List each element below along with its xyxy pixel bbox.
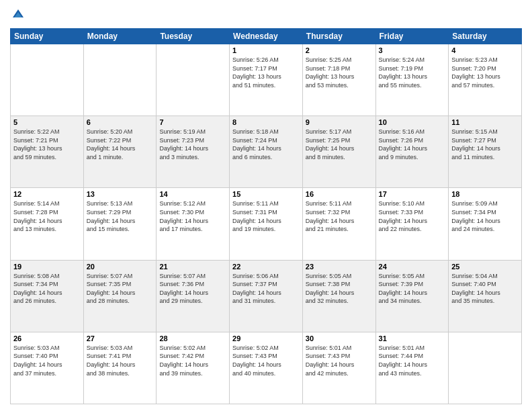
- day-info: Sunrise: 5:01 AM Sunset: 7:44 PM Dayligh…: [379, 344, 446, 377]
- day-info: Sunrise: 5:07 AM Sunset: 7:36 PM Dayligh…: [159, 272, 226, 306]
- calendar-cell: 1Sunrise: 5:26 AM Sunset: 7:17 PM Daylig…: [230, 44, 303, 116]
- day-number: 29: [232, 334, 300, 342]
- calendar-table: SundayMondayTuesdayWednesdayThursdayFrid…: [10, 28, 522, 404]
- day-number: 17: [379, 190, 446, 198]
- calendar-cell: 23Sunrise: 5:05 AM Sunset: 7:38 PM Dayli…: [302, 260, 375, 332]
- calendar-cell: 4Sunrise: 5:23 AM Sunset: 7:20 PM Daylig…: [449, 44, 522, 116]
- calendar-cell: 5Sunrise: 5:22 AM Sunset: 7:21 PM Daylig…: [11, 116, 84, 188]
- calendar-cell: 14Sunrise: 5:12 AM Sunset: 7:30 PM Dayli…: [157, 188, 230, 260]
- calendar-week-3: 12Sunrise: 5:14 AM Sunset: 7:28 PM Dayli…: [11, 188, 522, 260]
- day-info: Sunrise: 5:01 AM Sunset: 7:43 PM Dayligh…: [306, 344, 373, 377]
- day-number: 16: [306, 190, 373, 198]
- day-number: 26: [13, 334, 81, 342]
- day-number: 1: [232, 46, 300, 54]
- day-info: Sunrise: 5:08 AM Sunset: 7:34 PM Dayligh…: [13, 272, 81, 306]
- calendar-header-thursday: Thursday: [302, 29, 375, 44]
- calendar-cell: [11, 44, 84, 116]
- day-info: Sunrise: 5:18 AM Sunset: 7:24 PM Dayligh…: [232, 128, 300, 161]
- day-number: 5: [13, 118, 81, 126]
- calendar-cell: 10Sunrise: 5:16 AM Sunset: 7:26 PM Dayli…: [375, 116, 449, 188]
- calendar-header-saturday: Saturday: [449, 29, 522, 44]
- day-number: 6: [87, 118, 154, 126]
- day-info: Sunrise: 5:11 AM Sunset: 7:32 PM Dayligh…: [306, 199, 373, 233]
- day-number: 19: [13, 263, 81, 271]
- calendar-cell: 15Sunrise: 5:11 AM Sunset: 7:31 PM Dayli…: [230, 188, 303, 260]
- day-info: Sunrise: 5:04 AM Sunset: 7:40 PM Dayligh…: [451, 272, 519, 306]
- day-number: 20: [87, 263, 154, 271]
- day-number: 9: [306, 118, 373, 126]
- calendar-cell: [449, 332, 522, 404]
- day-number: 3: [379, 46, 446, 54]
- day-info: Sunrise: 5:11 AM Sunset: 7:31 PM Dayligh…: [232, 199, 300, 233]
- day-info: Sunrise: 5:15 AM Sunset: 7:27 PM Dayligh…: [451, 128, 519, 161]
- calendar-header-row: SundayMondayTuesdayWednesdayThursdayFrid…: [11, 29, 522, 44]
- day-info: Sunrise: 5:14 AM Sunset: 7:28 PM Dayligh…: [13, 199, 81, 233]
- calendar-cell: 16Sunrise: 5:11 AM Sunset: 7:32 PM Dayli…: [302, 188, 375, 260]
- day-info: Sunrise: 5:16 AM Sunset: 7:26 PM Dayligh…: [379, 128, 446, 161]
- day-number: 24: [379, 263, 446, 271]
- day-number: 2: [306, 46, 373, 54]
- day-info: Sunrise: 5:03 AM Sunset: 7:40 PM Dayligh…: [13, 344, 81, 377]
- day-number: 23: [306, 263, 373, 271]
- day-info: Sunrise: 5:02 AM Sunset: 7:42 PM Dayligh…: [159, 344, 226, 377]
- logo-icon: [10, 7, 26, 23]
- calendar-cell: 21Sunrise: 5:07 AM Sunset: 7:36 PM Dayli…: [157, 260, 230, 332]
- day-info: Sunrise: 5:06 AM Sunset: 7:37 PM Dayligh…: [232, 272, 300, 306]
- day-number: 13: [87, 190, 154, 198]
- day-number: 15: [232, 190, 300, 198]
- day-number: 11: [451, 118, 519, 126]
- calendar-cell: 6Sunrise: 5:20 AM Sunset: 7:22 PM Daylig…: [83, 116, 157, 188]
- day-number: 18: [451, 190, 519, 198]
- day-info: Sunrise: 5:26 AM Sunset: 7:17 PM Dayligh…: [232, 56, 300, 89]
- calendar-cell: 27Sunrise: 5:03 AM Sunset: 7:41 PM Dayli…: [83, 332, 157, 404]
- calendar-cell: [157, 44, 230, 116]
- day-info: Sunrise: 5:23 AM Sunset: 7:20 PM Dayligh…: [451, 56, 519, 89]
- day-number: 31: [379, 334, 446, 342]
- day-info: Sunrise: 5:19 AM Sunset: 7:23 PM Dayligh…: [159, 128, 226, 161]
- calendar-cell: 3Sunrise: 5:24 AM Sunset: 7:19 PM Daylig…: [375, 44, 449, 116]
- calendar-cell: 19Sunrise: 5:08 AM Sunset: 7:34 PM Dayli…: [11, 260, 84, 332]
- calendar-cell: 29Sunrise: 5:02 AM Sunset: 7:43 PM Dayli…: [230, 332, 303, 404]
- day-number: 14: [159, 190, 226, 198]
- day-number: 10: [379, 118, 446, 126]
- calendar-cell: 24Sunrise: 5:05 AM Sunset: 7:39 PM Dayli…: [375, 260, 449, 332]
- calendar-cell: 30Sunrise: 5:01 AM Sunset: 7:43 PM Dayli…: [302, 332, 375, 404]
- page: SundayMondayTuesdayWednesdayThursdayFrid…: [0, 0, 532, 411]
- calendar-cell: 2Sunrise: 5:25 AM Sunset: 7:18 PM Daylig…: [302, 44, 375, 116]
- calendar-cell: 9Sunrise: 5:17 AM Sunset: 7:25 PM Daylig…: [302, 116, 375, 188]
- day-info: Sunrise: 5:17 AM Sunset: 7:25 PM Dayligh…: [306, 128, 373, 161]
- calendar-cell: 31Sunrise: 5:01 AM Sunset: 7:44 PM Dayli…: [375, 332, 449, 404]
- calendar-cell: 17Sunrise: 5:10 AM Sunset: 7:33 PM Dayli…: [375, 188, 449, 260]
- calendar-cell: 26Sunrise: 5:03 AM Sunset: 7:40 PM Dayli…: [11, 332, 84, 404]
- day-info: Sunrise: 5:12 AM Sunset: 7:30 PM Dayligh…: [159, 199, 226, 233]
- day-number: 25: [451, 263, 519, 271]
- calendar-week-4: 19Sunrise: 5:08 AM Sunset: 7:34 PM Dayli…: [11, 260, 522, 332]
- day-info: Sunrise: 5:10 AM Sunset: 7:33 PM Dayligh…: [379, 199, 446, 233]
- day-number: 27: [87, 334, 154, 342]
- calendar-header-wednesday: Wednesday: [230, 29, 303, 44]
- day-number: 28: [159, 334, 226, 342]
- day-info: Sunrise: 5:24 AM Sunset: 7:19 PM Dayligh…: [379, 56, 446, 89]
- logo: [10, 7, 29, 23]
- calendar-header-sunday: Sunday: [11, 29, 84, 44]
- day-info: Sunrise: 5:13 AM Sunset: 7:29 PM Dayligh…: [87, 199, 154, 233]
- calendar-cell: 7Sunrise: 5:19 AM Sunset: 7:23 PM Daylig…: [157, 116, 230, 188]
- day-number: 12: [13, 190, 81, 198]
- calendar-cell: 28Sunrise: 5:02 AM Sunset: 7:42 PM Dayli…: [157, 332, 230, 404]
- day-info: Sunrise: 5:25 AM Sunset: 7:18 PM Dayligh…: [306, 56, 373, 89]
- calendar-week-2: 5Sunrise: 5:22 AM Sunset: 7:21 PM Daylig…: [11, 116, 522, 188]
- day-info: Sunrise: 5:07 AM Sunset: 7:35 PM Dayligh…: [87, 272, 154, 306]
- day-info: Sunrise: 5:02 AM Sunset: 7:43 PM Dayligh…: [232, 344, 300, 377]
- calendar-cell: 22Sunrise: 5:06 AM Sunset: 7:37 PM Dayli…: [230, 260, 303, 332]
- calendar-cell: 18Sunrise: 5:09 AM Sunset: 7:34 PM Dayli…: [449, 188, 522, 260]
- day-number: 8: [232, 118, 300, 126]
- calendar-cell: 20Sunrise: 5:07 AM Sunset: 7:35 PM Dayli…: [83, 260, 157, 332]
- day-info: Sunrise: 5:20 AM Sunset: 7:22 PM Dayligh…: [87, 128, 154, 161]
- day-number: 21: [159, 263, 226, 271]
- day-info: Sunrise: 5:05 AM Sunset: 7:39 PM Dayligh…: [379, 272, 446, 306]
- calendar-cell: 8Sunrise: 5:18 AM Sunset: 7:24 PM Daylig…: [230, 116, 303, 188]
- calendar-cell: 11Sunrise: 5:15 AM Sunset: 7:27 PM Dayli…: [449, 116, 522, 188]
- calendar-header-friday: Friday: [375, 29, 449, 44]
- day-info: Sunrise: 5:09 AM Sunset: 7:34 PM Dayligh…: [451, 199, 519, 233]
- calendar-header-monday: Monday: [83, 29, 157, 44]
